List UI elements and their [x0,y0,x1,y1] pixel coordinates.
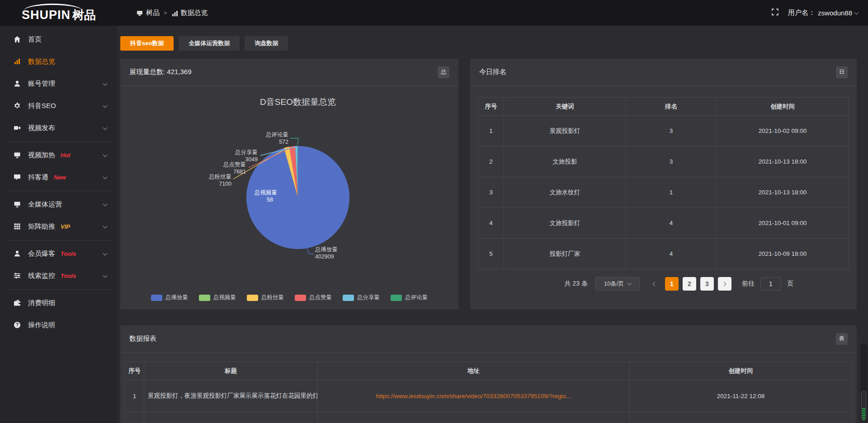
sidebar-item-label: 抖音SEO [28,102,56,110]
sidebar-item-account[interactable]: 账号管理 [0,73,118,95]
table-row[interactable] [125,412,852,422]
ranking-table: 序号 关键词 排名 创建时间 1 景观投影灯 3 2021-10-02 09:0… [478,97,849,269]
table-row[interactable]: 2 文旅投影 3 2021-10-13 18:00 [478,146,849,177]
table-row[interactable]: 5 投影灯厂家 4 2021-10-09 18:00 [478,239,849,269]
pagination: 共 23 条 10条/页 1 2 3 前往 页 [470,277,793,291]
table-row[interactable]: 3 文旅水纹灯 1 2021-10-13 18:00 [478,177,849,208]
column-header: 地址 [318,362,630,380]
breadcrumb-root-label: 树品 [146,9,160,17]
total-count: 共 23 条 [565,280,588,288]
breadcrumb-separator: > [164,9,167,16]
sidebar-item-home[interactable]: 首页 [0,28,118,51]
user-menu[interactable]: 用户名：zswodun88 [788,9,858,17]
legend-item[interactable]: 总分享量 [343,294,380,301]
legend-item[interactable]: 总评论量 [391,294,428,301]
tools-badge: Tools [61,273,76,279]
column-header: 标题 [144,362,318,380]
page-size-select[interactable]: 10条/页 [595,277,640,291]
legend-swatch [391,295,402,301]
breadcrumb-root[interactable]: 树品 [137,9,160,17]
username-label: 用户名： [788,9,815,17]
pie-chart: D音SEO数据量总览 总播放量402909总视频量58总粉丝量7100总点赞量7… [120,86,458,311]
sidebar-item-expense-detail[interactable]: 消费明细 [0,292,118,314]
page-button-2[interactable]: 2 [683,277,696,291]
sidebar-item-label: 会员爆客 [28,249,55,258]
pie-label: 572 [279,139,288,145]
scrollbar-thumb[interactable] [861,391,866,421]
table-row[interactable]: 1 景观投影灯，夜游景观投影灯厂家展示展示落花灯在花园里的灯光投影应用效果 # … [125,380,852,412]
sidebar-item-label: 视频加热 [28,151,55,160]
next-page-button[interactable] [718,277,731,291]
gear-icon [14,102,21,110]
today-ranking-card: 今日排名 日 序号 关键词 排名 创建时间 1 景观投影灯 [470,59,857,310]
bar-chart-icon [14,58,21,66]
table-row[interactable]: 4 文旅投影灯 4 2021-10-01 09:00 [478,208,849,239]
chevron-down-icon [103,81,108,85]
sidebar-item-label: 操作说明 [28,321,55,329]
tab-inquiry-data[interactable]: 询盘数据 [245,36,288,51]
pie-label: 总视频量 [254,189,277,196]
video-link[interactable]: https://www.iesdouyin.com/share/video/70… [376,393,571,400]
prev-page-button[interactable] [647,277,661,291]
sidebar-item-video-heat[interactable]: 视频加热 Hot [0,144,118,166]
chevron-down-icon [103,202,108,206]
sidebar-item-douyin-seo[interactable]: 抖音SEO [0,95,118,117]
logo[interactable]: SHUPIN树品 [0,3,118,23]
pie-label: 总分享量 [235,149,258,155]
pie-label: 总评论量 [265,132,288,138]
legend-item[interactable]: 总点赞量 [295,294,332,301]
legend-swatch [199,295,210,301]
goto-label: 前往 [742,280,755,288]
sidebar-item-label: 抖客通 [28,173,48,182]
logo-arc [24,4,82,11]
report-card-title: 数据报表 [129,334,156,343]
legend-item[interactable]: 总播放量 [151,294,188,301]
chevron-down-icon [103,152,108,157]
sidebar-item-video-publish[interactable]: 视频发布 [0,117,118,139]
tab-douyin-seo-data[interactable]: 抖音seo数据 [120,36,174,51]
scrollbar[interactable] [860,343,868,422]
sliders-icon [14,272,21,280]
grid-icon [14,223,21,230]
divider [6,141,111,142]
pie-label: 402909 [315,254,334,260]
sidebar-item-member-baoke[interactable]: 会员爆客 Tools [0,243,118,265]
chevron-down-icon [103,174,108,179]
sidebar-item-omni-media[interactable]: 全媒体运营 [0,193,118,216]
page-button-1[interactable]: 1 [665,277,679,291]
sidebar-item-doketong[interactable]: 抖客通 New [0,166,118,188]
divider [6,289,111,290]
column-header: 序号 [125,362,144,380]
pie-label: 7681 [233,169,246,175]
sidebar-item-lead-monitor[interactable]: 线索监控 Tools [0,265,118,287]
new-badge: New [54,174,66,181]
column-header: 创建时间 [717,98,849,116]
sidebar-item-instructions[interactable]: 操作说明 [0,314,118,336]
sidebar-item-matrix-boost[interactable]: 矩阵助推 VIP [0,216,118,238]
chevron-down-icon [627,281,632,286]
label-line-总播放量 [307,248,313,254]
goto-unit: 页 [787,280,793,288]
user-icon [14,250,21,258]
topbar: SHUPIN树品 树品 > 数据总览 用户名：zswodun88 [0,0,868,26]
video-title: 景观投影灯，夜游景观投影灯厂家展示展示落花灯在花园里的灯光投影应用效果 # [144,380,318,412]
sidebar-item-label: 消费明细 [28,299,55,307]
fullscreen-icon[interactable] [771,8,779,18]
day-badge[interactable]: 日 [836,66,848,78]
sidebar-item-label: 线索监控 [28,272,55,280]
table-row[interactable]: 1 景观投影灯 3 2021-10-02 09:00 [478,116,849,146]
total-badge[interactable]: 总 [438,66,449,78]
legend-item[interactable]: 总粉丝量 [247,294,284,301]
tab-omni-media-data[interactable]: 全媒体运营数据 [179,36,240,51]
legend-item[interactable]: 总视频量 [199,294,236,301]
legend-swatch [295,295,306,301]
goto-page-input[interactable] [760,277,781,291]
breadcrumb: 树品 > 数据总览 [137,9,208,17]
sidebar-item-data-overview[interactable]: 数据总览 [0,51,118,73]
breadcrumb-current[interactable]: 数据总览 [171,9,208,17]
page-button-3[interactable]: 3 [700,277,714,291]
home-icon [14,36,21,43]
table-badge[interactable]: 表 [836,333,848,345]
data-report-card: 数据报表 表 序号 标题 地址 创建时间 1 景观投影灯，夜游景观投影灯 [120,325,857,423]
sidebar-item-label: 数据总览 [28,57,55,66]
